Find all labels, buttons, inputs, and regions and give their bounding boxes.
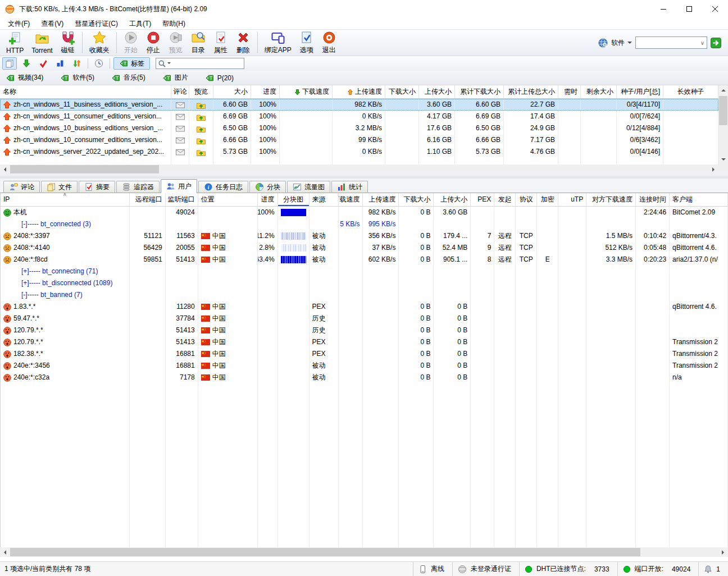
toolbar-options-button[interactable]: 选项 bbox=[295, 30, 318, 56]
torrent-col-dl_size[interactable]: 下载大小 bbox=[385, 85, 419, 99]
comment-envelope-icon[interactable] bbox=[176, 149, 185, 156]
web-search-combobox[interactable]: ∨ bbox=[635, 36, 707, 49]
task-search-box[interactable] bbox=[156, 58, 244, 69]
peer-col-dlsize[interactable]: 下载大小 bbox=[399, 193, 434, 207]
comment-envelope-icon[interactable] bbox=[176, 137, 185, 144]
peer-col-init[interactable]: 发起 bbox=[494, 193, 516, 207]
torrent-col-ltseed[interactable]: 长效种子 bbox=[663, 85, 718, 99]
preview-folder-icon[interactable] bbox=[197, 100, 206, 109]
peer-row[interactable]: 本机49024100%982 KB/s0 B3.60 GB2:24:46BitC… bbox=[1, 207, 728, 218]
toolbar-delete-button[interactable]: 删除 bbox=[232, 30, 254, 56]
tab-summary[interactable]: 摘要 bbox=[79, 181, 115, 193]
filter-downloading-button[interactable] bbox=[19, 57, 34, 70]
peer-row[interactable]: 240e:*:c32a7178中国被动0 B0 Bn/a bbox=[1, 372, 728, 383]
comment-envelope-icon[interactable] bbox=[176, 125, 185, 132]
peer-row[interactable]: 240e:*:f8cd5985151413中国63.4%被动602 KB/s0 … bbox=[1, 254, 728, 266]
torrent-col-size[interactable]: 大小 bbox=[213, 85, 251, 99]
toolbar-magnet-button[interactable]: 磁链 bbox=[57, 30, 79, 56]
peer-row[interactable]: 182.38.*.*16881中国PEX0 B0 BTransmission 2 bbox=[1, 348, 728, 360]
torrent-col-seeds[interactable]: 种子/用户[总] bbox=[617, 85, 663, 99]
menu-tools[interactable]: 工具(T) bbox=[124, 18, 157, 29]
peer-col-ulsize[interactable]: 上传大小 bbox=[434, 193, 471, 207]
torrent-col-preview[interactable]: 预览 bbox=[189, 85, 213, 99]
search-go-button[interactable] bbox=[711, 38, 721, 48]
tab-users[interactable]: 用户 bbox=[161, 179, 197, 193]
peer-hscrollbar[interactable] bbox=[0, 547, 728, 557]
peer-row[interactable]: 240e:*:345616881中国被动0 B0 BTransmission 2 bbox=[1, 360, 728, 372]
maximize-button[interactable] bbox=[676, 0, 702, 18]
bitcomet-app-icon[interactable] bbox=[5, 4, 15, 14]
torrent-row[interactable]: zh-cn_windows_11_business_editions_versi… bbox=[0, 99, 718, 111]
peer-row[interactable]: 59.47.*.*37784中国历史0 B0 B bbox=[1, 313, 728, 324]
torrent-col-ul_size[interactable]: 上传大小 bbox=[419, 85, 455, 99]
vscroll-thumb[interactable] bbox=[719, 96, 727, 125]
peer-col-progress[interactable]: 进度 bbox=[258, 193, 278, 207]
tab-traffic[interactable]: 流量图 bbox=[287, 181, 330, 193]
torrent-hscrollbar[interactable] bbox=[0, 164, 718, 174]
comment-envelope-icon[interactable] bbox=[176, 113, 185, 120]
peer-col-proto[interactable]: 协议 bbox=[516, 193, 537, 207]
peer-col-pex[interactable]: PEX bbox=[471, 193, 494, 207]
torrent-col-ul_speed[interactable]: 上传速度 bbox=[333, 85, 385, 99]
tab-comment[interactable]: 评论 bbox=[3, 181, 40, 193]
peer-col-rdl[interactable]: 对方下载速度 bbox=[586, 193, 636, 207]
tab-tracker[interactable]: 追踪器 bbox=[116, 181, 160, 193]
menu-file[interactable]: 文件(F) bbox=[2, 18, 35, 29]
scroll-right-arrow[interactable] bbox=[709, 164, 718, 174]
toolbar-torrent-button[interactable]: Torrent bbox=[28, 30, 56, 56]
torrent-col-name[interactable]: 名称 bbox=[0, 85, 171, 99]
task-search-input[interactable] bbox=[173, 59, 242, 68]
peer-col-source[interactable]: 来源 bbox=[310, 193, 339, 207]
peer-col-client[interactable]: 客户端 bbox=[670, 193, 728, 207]
peer-group-row[interactable]: [-]----- bt_banned (7) bbox=[1, 289, 728, 301]
scroll-down-arrow[interactable] bbox=[718, 155, 728, 164]
toolbar-directory-button[interactable]: 目录 bbox=[187, 30, 210, 56]
preview-folder-icon[interactable] bbox=[197, 112, 206, 121]
torrent-row[interactable]: zh-cn_windows_11_consumer_editions_versi… bbox=[0, 111, 718, 122]
scroll-up-arrow[interactable] bbox=[718, 85, 728, 95]
peer-group-row[interactable]: [-]----- bt_connected (3)5 KB/s995 KB/s bbox=[1, 218, 728, 230]
toolbar-properties-button[interactable]: 属性 bbox=[210, 30, 232, 56]
tab-files[interactable]: 文件 bbox=[41, 181, 78, 193]
peer-row[interactable]: 1.83.*.*11280中国PEX0 B0 BqBittorrent 4.6. bbox=[1, 301, 728, 313]
torrent-row[interactable]: zh-cn_windows_10_business_editions_versi… bbox=[0, 122, 718, 134]
peer-group-row[interactable]: [+]----- bt_disconnected (1089) bbox=[1, 277, 728, 289]
hscroll-thumb[interactable] bbox=[10, 165, 159, 173]
peer-col-rport[interactable]: 远程端口 bbox=[130, 193, 166, 207]
scroll-left-arrow[interactable] bbox=[0, 164, 10, 174]
comment-envelope-icon[interactable] bbox=[176, 102, 185, 108]
torrent-col-total_ul[interactable]: 累计上传总大小 bbox=[504, 85, 558, 99]
torrent-col-eta[interactable]: 需时 bbox=[558, 85, 581, 99]
view-list-button[interactable] bbox=[2, 57, 17, 70]
torrent-col-dl_speed[interactable]: 下载速度 bbox=[280, 85, 333, 99]
panel-splitter[interactable] bbox=[0, 174, 728, 179]
tag-toggle-button[interactable]: T 标签 bbox=[113, 57, 150, 70]
toolbar-http-button[interactable]: HTTP bbox=[2, 30, 28, 56]
torrent-col-comment[interactable]: 评论 bbox=[171, 85, 189, 99]
peer-col-lport[interactable]: 监听端口 bbox=[166, 193, 198, 207]
status-notify[interactable]: 1 bbox=[698, 562, 728, 576]
torrent-col-remain[interactable]: 剩余大小 bbox=[581, 85, 617, 99]
hscroll-thumb[interactable] bbox=[10, 548, 640, 556]
filter-blocks-button[interactable] bbox=[53, 57, 67, 70]
tag-filter-p[interactable]: TP(20) bbox=[205, 74, 234, 83]
peer-row[interactable]: 120.79.*.*51413中国历史0 B0 B bbox=[1, 324, 728, 336]
filter-finished-button[interactable] bbox=[36, 57, 51, 70]
peer-row[interactable]: 2408:*:33975112111563中国11.2%被动356 KB/s0 … bbox=[1, 230, 728, 242]
toolbar-bind-app-button[interactable]: 绑定APP bbox=[261, 30, 295, 56]
tab-log[interactable]: i任务日志 bbox=[198, 181, 248, 193]
menu-passport[interactable]: 彗星通行证(C) bbox=[69, 18, 124, 29]
toolbar-stop-button[interactable]: 停止 bbox=[142, 30, 165, 56]
peer-group-row[interactable]: [+]----- bt_connecting (71) bbox=[1, 266, 728, 277]
menu-help[interactable]: 帮助(H) bbox=[157, 18, 191, 29]
scheduler-button[interactable] bbox=[92, 57, 106, 70]
close-button[interactable] bbox=[702, 0, 728, 18]
tag-filter-software[interactable]: T软件(5) bbox=[60, 73, 94, 83]
torrent-row[interactable]: zh-cn_windows_10_consumer_editions_versi… bbox=[0, 134, 718, 146]
scroll-right-arrow[interactable] bbox=[718, 547, 728, 557]
torrent-col-progress[interactable]: 进度 bbox=[251, 85, 280, 99]
torrent-row[interactable]: zh-cn_windows_server_2022_updated_sep_20… bbox=[0, 146, 718, 158]
peer-col-utp[interactable]: uTP bbox=[558, 193, 586, 207]
torrent-vscrollbar[interactable] bbox=[718, 85, 728, 164]
peer-col-loc[interactable]: 位置 bbox=[198, 193, 258, 207]
